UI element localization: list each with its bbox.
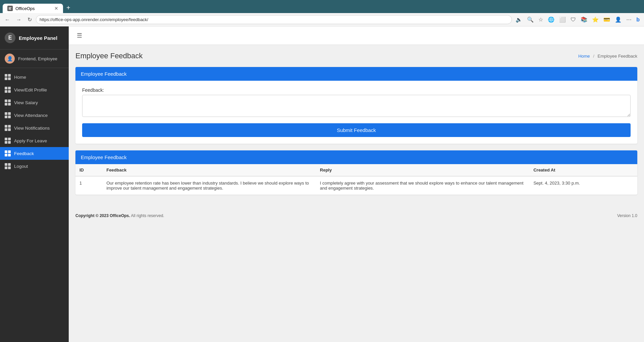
profile-button[interactable]: 👤 [613, 15, 623, 24]
footer-version: Version 1.0 [617, 213, 637, 218]
main-footer: Copyright © 2023 OfficeOps. All rights r… [69, 208, 644, 223]
feedback-table-card: Employee Feedback ID Feedback Reply Crea… [75, 150, 637, 195]
zoom-button[interactable]: 🔍 [525, 15, 535, 24]
cell-reply: I completely agree with your assessment … [316, 176, 529, 195]
sidebar-user: 👤 Frontend, Employee [0, 50, 69, 68]
footer-version-label: Version [617, 213, 631, 218]
col-header-id: ID [75, 164, 102, 176]
table-header: ID Feedback Reply Created At [75, 164, 637, 176]
sidebar-item-logout[interactable]: Logout [0, 160, 69, 173]
cell-id: 1 [75, 176, 102, 195]
sidebar-item-label: Home [14, 75, 26, 80]
page-title-row: Employee Feedback Home / Employee Feedba… [75, 52, 637, 60]
profile-icon [5, 87, 11, 93]
sidebar-nav: Home View/Edit Profile View Salary View … [0, 68, 69, 342]
sidebar-username: Frontend, Employee [18, 56, 57, 61]
table-body: 1 Our employee retention rate has been l… [75, 176, 637, 195]
split-view-button[interactable]: ⬜ [558, 15, 568, 24]
logout-icon [5, 163, 11, 169]
browser-toolbar-right: 🔈 🔍 ☆ 🌐 ⬜ 🛡 📚 ⭐ 💳 👤 ⋯ b [514, 15, 641, 24]
footer-copyright: Copyright © 2023 OfficeOps. All rights r… [75, 213, 164, 218]
feedback-form-card-body: Feedback: Submit Feedback [75, 81, 637, 144]
main-header: ☰ [69, 26, 644, 45]
avatar: 👤 [5, 54, 15, 64]
sidebar-item-label: View Notifications [14, 126, 50, 131]
cell-created-at: Sept. 4, 2023, 3:30 p.m. [529, 176, 637, 195]
breadcrumb-separator: / [593, 54, 594, 59]
sidebar-item-view-notifications[interactable]: View Notifications [0, 122, 69, 134]
sidebar-item-label: Feedback [14, 151, 34, 156]
hamburger-button[interactable]: ☰ [75, 30, 83, 41]
sidebar-item-label: View Salary [14, 100, 38, 105]
table-header-row: ID Feedback Reply Created At [75, 164, 637, 176]
page-title: Employee Feedback [75, 52, 143, 60]
forward-button[interactable]: → [14, 15, 23, 24]
sidebar-item-label: Apply For Leave [14, 138, 47, 143]
col-header-created-at: Created At [529, 164, 637, 176]
col-header-reply: Reply [316, 164, 529, 176]
feedback-table: ID Feedback Reply Created At 1 Our emplo… [75, 164, 637, 195]
sidebar-item-view-edit-profile[interactable]: View/Edit Profile [0, 83, 69, 96]
sidebar-title: Employee Panel [19, 35, 57, 41]
wallet-button[interactable]: 💳 [602, 15, 612, 24]
browser-chrome: OfficeOps ✕ + [0, 0, 644, 13]
footer-version-number: 1.0 [632, 213, 637, 218]
notifications-icon [5, 125, 11, 131]
back-button[interactable]: ← [3, 15, 12, 24]
table-row: 1 Our employee retention rate has been l… [75, 176, 637, 195]
sidebar-item-label: View Attendance [14, 113, 48, 118]
tab-favicon [7, 6, 13, 11]
sidebar-item-view-salary[interactable]: View Salary [0, 96, 69, 109]
collections-button[interactable]: 📚 [579, 15, 589, 24]
col-header-feedback: Feedback [102, 164, 316, 176]
sidebar-item-view-attendance[interactable]: View Attendance [0, 109, 69, 122]
main-body: Employee Feedback Home / Employee Feedba… [69, 45, 644, 208]
saved-tabs-button[interactable]: ⭐ [590, 15, 600, 24]
breadcrumb: Home / Employee Feedback [578, 54, 637, 59]
feedback-table-card-body: ID Feedback Reply Created At 1 Our emplo… [75, 164, 637, 195]
svg-rect-2 [9, 8, 11, 9]
sidebar-logo-icon: E [5, 32, 15, 43]
feedback-table-card-header: Employee Feedback [75, 150, 637, 164]
footer-rights: All rights reserved. [131, 213, 164, 218]
address-bar[interactable] [36, 15, 512, 24]
more-button[interactable]: ⋯ [625, 15, 633, 24]
leave-icon [5, 138, 11, 144]
feedback-form-card-header: Employee Feedback [75, 67, 637, 81]
active-tab[interactable]: OfficeOps ✕ [3, 4, 63, 13]
browser-toolbar: ← → ↻ 🔈 🔍 ☆ 🌐 ⬜ 🛡 📚 ⭐ 💳 👤 ⋯ b [0, 13, 644, 26]
sidebar-item-label: View/Edit Profile [14, 87, 47, 92]
feedback-textarea[interactable] [82, 95, 631, 117]
sidebar-item-label: Logout [14, 164, 28, 169]
browser-tabs: OfficeOps ✕ + [3, 3, 641, 13]
breadcrumb-home-link[interactable]: Home [578, 54, 590, 59]
submit-feedback-button[interactable]: Submit Feedback [82, 123, 631, 137]
bing-button[interactable]: b [635, 15, 641, 24]
svg-rect-1 [9, 7, 11, 8]
read-aloud-button[interactable]: 🔈 [514, 15, 524, 24]
extensions-button[interactable]: 🌐 [546, 15, 556, 24]
sidebar-header: E Employee Panel [0, 26, 69, 50]
cell-feedback: Our employee retention rate has been low… [102, 176, 316, 195]
feedback-label: Feedback: [82, 87, 631, 93]
tab-title: OfficeOps [15, 6, 35, 11]
new-tab-button[interactable]: + [64, 3, 73, 13]
tab-close-button[interactable]: ✕ [54, 6, 58, 11]
sidebar-item-apply-for-leave[interactable]: Apply For Leave [0, 134, 69, 147]
salary-icon [5, 99, 11, 106]
reload-button[interactable]: ↻ [25, 15, 34, 24]
favorites-button[interactable]: ☆ [537, 15, 545, 24]
home-icon [5, 74, 11, 80]
feedback-form-card: Employee Feedback Feedback: Submit Feedb… [75, 67, 637, 144]
sidebar: E Employee Panel 👤 Frontend, Employee Ho… [0, 26, 69, 342]
footer-brand: Copyright © 2023 OfficeOps. [75, 213, 130, 218]
feedback-icon [5, 150, 11, 156]
main-content: ☰ Employee Feedback Home / Employee Feed… [69, 26, 644, 342]
breadcrumb-current: Employee Feedback [597, 54, 637, 59]
attendance-icon [5, 112, 11, 118]
shield-button[interactable]: 🛡 [569, 15, 578, 24]
sidebar-item-feedback[interactable]: Feedback [0, 147, 69, 160]
sidebar-item-home[interactable]: Home [0, 71, 69, 83]
svg-rect-3 [9, 9, 11, 10]
app-wrapper: E Employee Panel 👤 Frontend, Employee Ho… [0, 26, 644, 342]
